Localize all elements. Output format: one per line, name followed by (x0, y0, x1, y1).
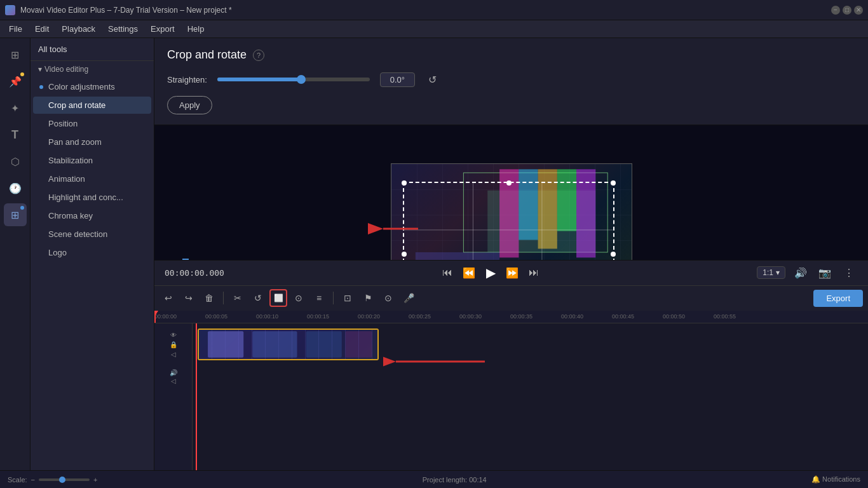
sidebar-item-highlight[interactable]: Highlight and conc... (33, 189, 151, 206)
screenshot-button[interactable]: 📷 (816, 264, 834, 281)
sidebar-item-color-adjustments[interactable]: Color adjustments (33, 78, 151, 95)
menu-settings[interactable]: Settings (102, 22, 144, 36)
annotation-arrow-track (383, 346, 510, 377)
sidebar-item-pan-zoom[interactable]: Pan and zoom (33, 133, 151, 151)
speed-button[interactable]: ⊙ (290, 289, 308, 307)
main-content: ⊞ 📌 ✦ T ⬡ 🕐 ⊞ All tools ▾ Video editing (0, 38, 868, 470)
apply-button[interactable]: Apply (167, 96, 212, 114)
audio-expand[interactable]: ◁ (171, 377, 176, 384)
zoom-level-display[interactable]: 1:1 ▾ (757, 266, 785, 279)
title-bar: Movavi Video Editor Plus – 7-Day Trial V… (0, 0, 868, 20)
track-expand-icon[interactable]: ◁ (171, 351, 176, 358)
sidebar-header: All tools (31, 38, 154, 61)
cut-button[interactable]: ✂ (229, 289, 247, 307)
minimize-button[interactable]: − (831, 6, 840, 15)
skip-to-start-button[interactable]: ⏮ (438, 264, 456, 281)
angle-input[interactable]: 0.0° (380, 72, 415, 87)
history-button[interactable]: 🕐 (4, 177, 27, 200)
playhead-triangle (154, 311, 158, 316)
ruler-tick-7: 00:00:35 (510, 313, 532, 320)
step-forward-button[interactable]: ⏩ (503, 264, 521, 281)
scale-thumb[interactable] (59, 477, 65, 483)
straighten-slider[interactable] (217, 78, 370, 81)
menu-export[interactable]: Export (144, 22, 181, 36)
sidebar-item-crop-rotate[interactable]: Crop and rotate (33, 97, 151, 114)
scale-slider[interactable] (39, 478, 90, 481)
more-options-button[interactable]: ⋮ (840, 264, 858, 281)
sidebar-item-animation[interactable]: Animation (33, 170, 151, 187)
pin-dot (20, 72, 24, 76)
preview-area: 00:00:00.000 ⏮ ⏪ ▶ ⏩ ⏭ 1:1 ▾ 🔊 (154, 125, 868, 285)
timeline-ruler: 00:00:00 00:00:05 00:00:10 00:00:15 00:0… (154, 311, 868, 323)
transitions-icon: ⬡ (11, 156, 20, 168)
reset-button[interactable]: ↺ (249, 289, 267, 307)
track-lock-icon[interactable]: 🔒 (170, 341, 177, 348)
icon-bar: ⊞ 📌 ✦ T ⬡ 🕐 ⊞ (0, 38, 31, 470)
tool-panel: Crop and rotate ? Straighten: 0.0° ↺ App… (154, 38, 868, 125)
slider-thumb[interactable] (297, 75, 306, 84)
undo-button[interactable]: ↩ (159, 289, 177, 307)
window-controls[interactable]: − □ ✕ (831, 6, 863, 15)
picture-in-picture-button[interactable]: ⊡ (339, 289, 356, 307)
close-button[interactable]: ✕ (854, 6, 863, 15)
video-track[interactable] (198, 329, 379, 360)
track-eye-icon[interactable]: 👁 (170, 332, 177, 339)
skip-to-end-button[interactable]: ⏭ (525, 264, 543, 281)
grid-icon: ⊞ (11, 209, 19, 221)
scale-minus[interactable]: − (31, 476, 35, 484)
grid-dot (20, 206, 24, 210)
export-button[interactable]: Export (813, 290, 863, 307)
ruler-tick-6: 00:00:30 (459, 313, 482, 320)
step-back-button[interactable]: ⏪ (460, 264, 478, 281)
audio-icon[interactable]: 🔊 (170, 369, 177, 376)
video-track-header: 👁 🔒 ◁ (154, 326, 192, 364)
crop-tool-button[interactable]: ⬜ (269, 289, 287, 307)
ruler-tick-2: 00:00:10 (256, 313, 278, 320)
maximize-button[interactable]: □ (843, 6, 851, 15)
preview-timeline: 00:00:00.000 ⏮ ⏪ ▶ ⏩ ⏭ 1:1 ▾ 🔊 (154, 125, 868, 470)
playhead-line (196, 323, 197, 471)
section-label: Video editing (44, 65, 88, 74)
track-content (193, 323, 868, 471)
delete-button[interactable]: 🗑 (200, 289, 218, 307)
toolbar-separator-2 (333, 292, 334, 304)
effects-button[interactable]: ✦ (4, 97, 27, 119)
titles-button[interactable]: T (4, 123, 27, 146)
pin-button[interactable]: 📌 (4, 70, 27, 93)
sidebar-item-stabilization[interactable]: Stabilization (33, 152, 151, 169)
scale-plus[interactable]: + (93, 476, 97, 484)
help-icon-button[interactable]: ? (253, 50, 264, 61)
playback-controls: 00:00:00.000 ⏮ ⏪ ▶ ⏩ ⏭ 1:1 ▾ 🔊 (154, 260, 868, 285)
align-button[interactable]: ≡ (310, 289, 328, 307)
all-tools-label: All tools (38, 44, 67, 54)
menu-file[interactable]: File (3, 22, 29, 36)
sidebar: All tools ▾ Video editing Color adjustme… (31, 38, 154, 470)
video-editing-section[interactable]: ▾ Video editing (31, 61, 154, 78)
notifications-button[interactable]: 🔔 Notifications (811, 475, 860, 484)
sidebar-item-chroma[interactable]: Chroma key (33, 207, 151, 224)
play-button[interactable]: ▶ (482, 264, 499, 281)
all-tools-icon: ⊞ (11, 49, 19, 61)
menu-edit[interactable]: Edit (29, 22, 55, 36)
sidebar-item-position[interactable]: Position (33, 115, 151, 132)
timeline-tracks: 👁 🔒 ◁ 🔊 ◁ (154, 323, 868, 471)
track-thumb-1 (199, 330, 377, 359)
tool-title: Crop and rotate (167, 48, 247, 62)
all-tools-button[interactable]: ⊞ (4, 43, 27, 66)
time-display: 00:00:00.000 (165, 268, 224, 278)
menu-playback[interactable]: Playback (55, 22, 102, 36)
sidebar-item-logo[interactable]: Logo (33, 244, 151, 261)
project-length: Project length: 00:14 (423, 476, 487, 484)
record-button[interactable]: ⊙ (379, 289, 397, 307)
mic-button[interactable]: 🎤 (400, 289, 417, 307)
scale-label: Scale: (8, 476, 27, 484)
volume-button[interactable]: 🔊 (792, 264, 810, 281)
menu-help[interactable]: Help (181, 22, 211, 36)
ruler-tick-9: 00:00:45 (612, 313, 634, 320)
sidebar-item-scene[interactable]: Scene detection (33, 226, 151, 243)
transitions-button[interactable]: ⬡ (4, 150, 27, 173)
redo-button[interactable]: ↪ (180, 289, 198, 307)
rotate-reset-button[interactable]: ↺ (425, 72, 440, 87)
flag-button[interactable]: ⚑ (359, 289, 377, 307)
grid-button[interactable]: ⊞ (4, 203, 27, 226)
